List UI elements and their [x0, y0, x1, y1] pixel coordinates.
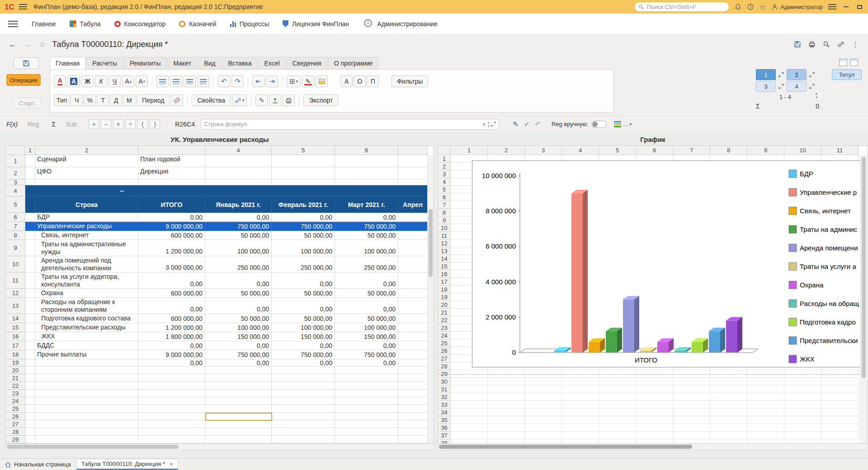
- grid-cell[interactable]: [710, 424, 747, 432]
- row-number[interactable]: 34: [438, 409, 451, 416]
- grid-cell[interactable]: [673, 378, 710, 385]
- grid-cell[interactable]: [636, 393, 673, 401]
- value-cell[interactable]: 100 000,00: [205, 323, 272, 332]
- column-header[interactable]: 8: [710, 146, 747, 155]
- row-number[interactable]: 25: [6, 405, 25, 413]
- type-button[interactable]: М: [123, 94, 135, 106]
- ribbon-tab[interactable]: Сведения: [287, 57, 327, 69]
- value-cell[interactable]: 0,00: [335, 359, 398, 367]
- grid-cell[interactable]: [710, 401, 747, 409]
- grid-cell[interactable]: [821, 401, 859, 409]
- 1c-logo[interactable]: 1С: [5, 3, 14, 11]
- back-button[interactable]: ←: [6, 38, 19, 51]
- more-actions-icon[interactable]: ⋮: [852, 40, 859, 49]
- value-cell[interactable]: 1 200 000,00: [138, 240, 205, 256]
- bold-button[interactable]: Ж: [81, 75, 94, 87]
- grid-cell[interactable]: [747, 439, 784, 444]
- row-number[interactable]: 3: [438, 170, 451, 178]
- table-column-header[interactable]: Январь 2021 г.: [205, 197, 272, 213]
- value-cell[interactable]: 50 000,00: [335, 231, 398, 240]
- row-number[interactable]: 19: [438, 293, 451, 301]
- value-cell[interactable]: 9 000 000,00: [138, 222, 205, 231]
- grid-cell[interactable]: [673, 409, 710, 416]
- increase-indent-button[interactable]: ⇥: [266, 75, 278, 87]
- value-cell[interactable]: 0,00: [138, 213, 205, 222]
- column-header[interactable]: 1: [25, 146, 35, 155]
- formula-expand-icon[interactable]: [491, 121, 496, 128]
- value-cell[interactable]: 750 000,00: [335, 350, 398, 359]
- left-horizontal-scrollbar[interactable]: [5, 444, 434, 450]
- column-header[interactable]: 9: [747, 146, 784, 155]
- export-button[interactable]: Экспорт: [303, 94, 338, 106]
- value-cell[interactable]: 50 000,00: [205, 314, 272, 323]
- grid-cell[interactable]: [488, 439, 525, 444]
- formula-operator-button[interactable]: ): [150, 119, 160, 129]
- grid-cell[interactable]: [562, 432, 599, 439]
- page-button-3[interactable]: 3: [756, 81, 776, 92]
- value-cell[interactable]: 1 200 000,00: [138, 323, 205, 332]
- grid-cell[interactable]: [784, 401, 821, 409]
- row-number[interactable]: 26: [438, 347, 451, 355]
- period-button[interactable]: Период: [137, 94, 170, 106]
- type-button[interactable]: Ч: [71, 94, 83, 106]
- value-cell[interactable]: 0,00: [272, 273, 335, 289]
- menu-glavnoe[interactable]: Главное: [32, 20, 56, 28]
- row-label[interactable]: Траты на услуги аудитора, консультанта: [35, 273, 138, 289]
- info-label[interactable]: Сценарий: [35, 155, 138, 167]
- row-number[interactable]: 15: [438, 263, 451, 270]
- page-button-4[interactable]: 4: [787, 81, 807, 92]
- active-cell-cursor[interactable]: [205, 413, 272, 421]
- font-decrease-button[interactable]: А▾: [136, 75, 148, 87]
- value-cell[interactable]: 1 800 000,00: [138, 332, 205, 341]
- link-icon[interactable]: [837, 41, 844, 48]
- row-number[interactable]: 27: [6, 420, 25, 428]
- value-cell[interactable]: 250 000,00: [335, 256, 398, 273]
- column-header[interactable]: 4: [562, 146, 599, 155]
- grid-cell[interactable]: [710, 393, 747, 401]
- row-number[interactable]: 12: [438, 240, 451, 247]
- row-label[interactable]: Охрана: [35, 289, 138, 298]
- hamburger-menu-icon[interactable]: [19, 4, 27, 9]
- column-header[interactable]: 1: [451, 146, 488, 155]
- grid-cell[interactable]: [525, 439, 562, 444]
- chevron-down-icon[interactable]: ▾: [630, 122, 632, 127]
- save-button[interactable]: [14, 57, 39, 69]
- align-left-button[interactable]: [156, 75, 169, 87]
- value-cell[interactable]: 0,00: [138, 359, 205, 367]
- column-header[interactable]: 2: [488, 146, 525, 155]
- row-number[interactable]: 28: [438, 362, 451, 370]
- notifications-bell-icon[interactable]: [735, 3, 741, 10]
- page-button-2[interactable]: 2: [787, 69, 807, 80]
- align-center-button[interactable]: [170, 75, 182, 87]
- value-cell[interactable]: 0,00: [205, 341, 272, 350]
- align-justify-button[interactable]: [197, 75, 209, 87]
- grid-cell[interactable]: [673, 393, 710, 401]
- row-number[interactable]: 18: [438, 286, 451, 293]
- maximize-button[interactable]: [855, 3, 863, 11]
- column-header[interactable]: 6: [636, 146, 673, 155]
- type-button[interactable]: Т: [97, 94, 109, 106]
- formula-operator-button[interactable]: ÷: [125, 119, 136, 129]
- menu-licenziya[interactable]: Лицензия ФинПлан: [283, 20, 349, 28]
- reg-button[interactable]: Reg: [26, 121, 41, 128]
- sub-button[interactable]: Sub: [64, 121, 79, 128]
- operation-button[interactable]: Операция: [6, 74, 41, 86]
- fx-button[interactable]: F(x): [5, 121, 19, 128]
- grid-cell[interactable]: [710, 378, 747, 385]
- save-icon[interactable]: [794, 41, 801, 48]
- value-cell[interactable]: 0,00: [272, 359, 335, 367]
- formula-input[interactable]: [204, 121, 482, 127]
- value-cell[interactable]: 0,00: [272, 298, 335, 314]
- row-number[interactable]: 4: [6, 185, 25, 197]
- grid-cell[interactable]: [488, 401, 525, 409]
- row-number[interactable]: 8: [438, 209, 451, 216]
- grid-cell[interactable]: [562, 439, 599, 444]
- row-number[interactable]: 5: [438, 186, 451, 193]
- value-cell[interactable]: 600 000,00: [138, 289, 205, 298]
- eraser-button[interactable]: [171, 94, 183, 106]
- grid-cell[interactable]: [599, 378, 636, 385]
- row-number[interactable]: 24: [6, 397, 25, 405]
- column-header[interactable]: 2: [35, 146, 138, 155]
- clear-formula-icon[interactable]: ×: [482, 121, 486, 128]
- value-cell[interactable]: 250 000,00: [272, 256, 335, 273]
